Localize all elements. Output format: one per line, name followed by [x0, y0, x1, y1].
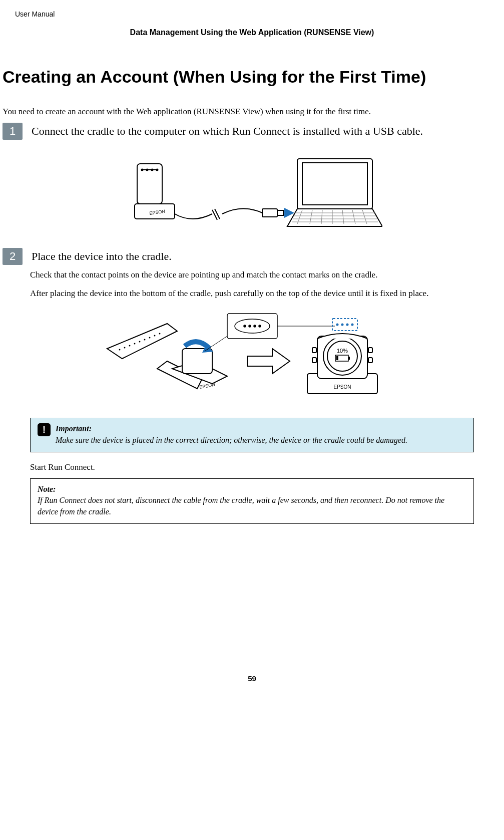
svg-point-5	[151, 169, 153, 171]
svg-rect-9	[262, 209, 277, 217]
svg-text:EPSON: EPSON	[199, 382, 215, 390]
step-2-number: 2	[3, 248, 23, 265]
figure-device-in-cradle: EPSON	[0, 309, 504, 406]
svg-rect-60	[336, 356, 338, 360]
svg-point-27	[124, 347, 125, 349]
svg-line-43	[205, 336, 227, 351]
step-2: 2 Place the device into the cradle.	[0, 248, 504, 265]
important-callout: ! Important: Make sure the device is pla…	[30, 418, 474, 452]
svg-point-28	[129, 345, 130, 347]
svg-rect-10	[277, 210, 283, 215]
note-text: If Run Connect does not start, disconnec…	[38, 496, 444, 515]
exclamation-icon: !	[38, 423, 51, 436]
svg-point-6	[156, 169, 158, 171]
svg-rect-52	[368, 358, 372, 363]
step-2-detail-2: After placing the device into the bottom…	[30, 288, 474, 300]
svg-rect-25	[182, 349, 212, 374]
svg-point-40	[249, 325, 251, 327]
important-label: Important:	[56, 424, 92, 433]
svg-point-33	[154, 335, 155, 337]
figure-cradle-laptop: EPSON	[0, 149, 504, 236]
svg-point-42	[259, 325, 261, 327]
svg-point-38	[235, 319, 270, 333]
svg-point-41	[254, 325, 256, 327]
svg-rect-49	[312, 348, 316, 353]
svg-rect-13	[302, 163, 367, 205]
svg-point-29	[134, 343, 135, 345]
svg-point-34	[159, 333, 160, 335]
svg-point-54	[336, 324, 338, 326]
step-2-text: Place the device into the cradle.	[32, 248, 172, 264]
note-label: Note:	[38, 485, 56, 493]
page-title: Creating an Account (When Using for the …	[0, 67, 504, 87]
svg-point-32	[149, 337, 150, 339]
svg-rect-59	[348, 357, 350, 360]
svg-point-55	[341, 324, 343, 326]
svg-point-26	[119, 349, 120, 351]
svg-point-31	[144, 339, 145, 341]
important-text: Make sure the device is placed in the co…	[56, 436, 407, 444]
step-1-number: 1	[3, 123, 23, 140]
step-1-text: Connect the cradle to the computer on wh…	[32, 123, 423, 139]
svg-text:EPSON: EPSON	[333, 384, 351, 390]
svg-point-4	[146, 169, 148, 171]
svg-point-39	[244, 325, 246, 327]
section-title: Data Management Using the Web Applicatio…	[0, 28, 504, 37]
start-run-connect-text: Start Run Connect.	[30, 462, 474, 472]
svg-rect-51	[368, 348, 372, 353]
step-2-detail-1: Check that the contact points on the dev…	[30, 269, 474, 282]
svg-point-57	[351, 324, 353, 326]
step-1: 1 Connect the cradle to the computer on …	[0, 123, 504, 140]
page-number: 59	[0, 674, 504, 683]
svg-point-30	[139, 341, 140, 343]
svg-rect-50	[312, 358, 316, 363]
doc-label: User Manual	[0, 10, 504, 18]
intro-text: You need to create an account with the W…	[0, 107, 504, 117]
note-callout: Note: If Run Connect does not start, dis…	[30, 478, 474, 524]
svg-point-56	[346, 324, 348, 326]
battery-pct-label: 10%	[336, 348, 347, 354]
svg-point-3	[141, 169, 143, 171]
